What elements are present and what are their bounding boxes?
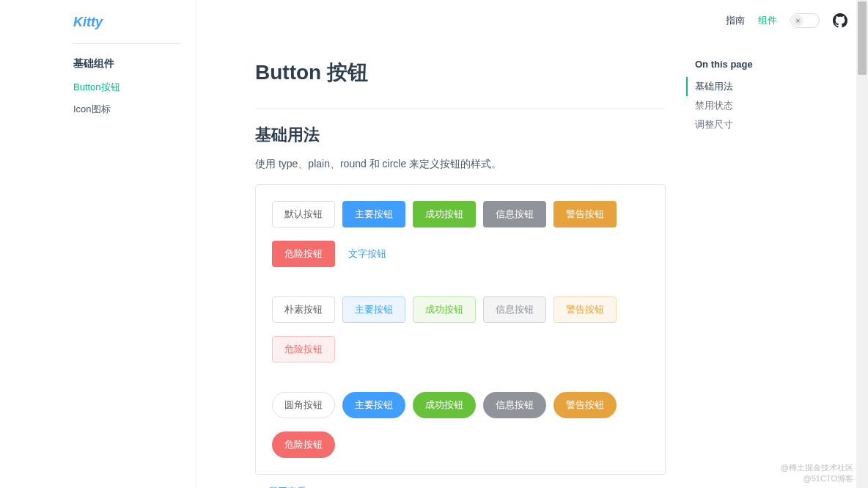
button-round-default[interactable]: 圆角按钮 (272, 392, 335, 418)
page-title: Button 按钮 (255, 59, 666, 87)
toc-item[interactable]: 调整尺寸 (686, 115, 812, 134)
button-plain-default[interactable]: 朴素按钮 (272, 296, 335, 323)
demo-box: 默认按钮 主要按钮 成功按钮 信息按钮 警告按钮 危险按钮 文字按钮 朴素按钮 … (255, 184, 666, 475)
sidebar: Kitty 基础组件 Button按钮 Icon图标 (0, 0, 196, 488)
toc: On this page 基础用法 禁用状态 调整尺寸 (695, 41, 812, 488)
button-plain-info[interactable]: 信息按钮 (483, 296, 546, 323)
expand-label: 展开查看 (268, 485, 306, 488)
button-plain-warning[interactable]: 警告按钮 (553, 296, 617, 323)
button-warning[interactable]: 警告按钮 (553, 201, 617, 227)
button-plain-danger[interactable]: 危险按钮 (272, 336, 335, 363)
scrollbar-thumb[interactable] (858, 1, 867, 75)
button-danger[interactable]: 危险按钮 (272, 241, 335, 267)
section-description: 使用 type、plain、round 和 circle 来定义按钮的样式。 (255, 158, 666, 171)
section-title: 基础用法 (255, 124, 666, 146)
topbar: 指南 组件 ☀ (196, 0, 868, 41)
main: 指南 组件 ☀ Button 按钮 基础用法 使用 type、plain、rou… (196, 0, 868, 488)
button-plain-success[interactable]: 成功按钮 (413, 296, 476, 323)
button-round-warning[interactable]: 警告按钮 (553, 392, 617, 418)
button-round-danger[interactable]: 危险按钮 (272, 431, 335, 458)
button-info[interactable]: 信息按钮 (483, 201, 546, 227)
button-round-success[interactable]: 成功按钮 (413, 392, 476, 418)
button-plain-primary[interactable]: 主要按钮 (342, 296, 405, 323)
scrollbar[interactable] (856, 0, 868, 488)
sidebar-group-title: 基础组件 (0, 51, 196, 76)
nav-guide[interactable]: 指南 (726, 14, 745, 27)
toc-title: On this page (695, 59, 812, 70)
button-default[interactable]: 默认按钮 (272, 201, 335, 227)
nav-components[interactable]: 组件 (758, 14, 777, 27)
brand-logo[interactable]: Kitty (0, 15, 196, 43)
divider (73, 43, 180, 44)
toc-item[interactable]: 禁用状态 (686, 96, 812, 115)
theme-toggle[interactable]: ☀ (790, 13, 820, 28)
sidebar-item-button[interactable]: Button按钮 (0, 76, 196, 98)
toc-item[interactable]: 基础用法 (686, 77, 812, 96)
github-icon[interactable] (833, 13, 847, 28)
button-success[interactable]: 成功按钮 (413, 201, 476, 227)
button-primary[interactable]: 主要按钮 (342, 201, 405, 227)
button-text[interactable]: 文字按钮 (342, 241, 392, 267)
button-round-primary[interactable]: 主要按钮 (342, 392, 405, 418)
watermark: @稀土掘金技术社区 @51CTO博客 (781, 462, 853, 484)
divider (255, 109, 666, 109)
button-round-info[interactable]: 信息按钮 (483, 392, 546, 418)
sidebar-item-icon[interactable]: Icon图标 (0, 98, 196, 120)
content: Button 按钮 基础用法 使用 type、plain、round 和 cir… (255, 41, 666, 488)
sun-icon: ☀ (792, 15, 803, 26)
expand-toggle[interactable]: ▼ 展开查看 (257, 485, 666, 488)
